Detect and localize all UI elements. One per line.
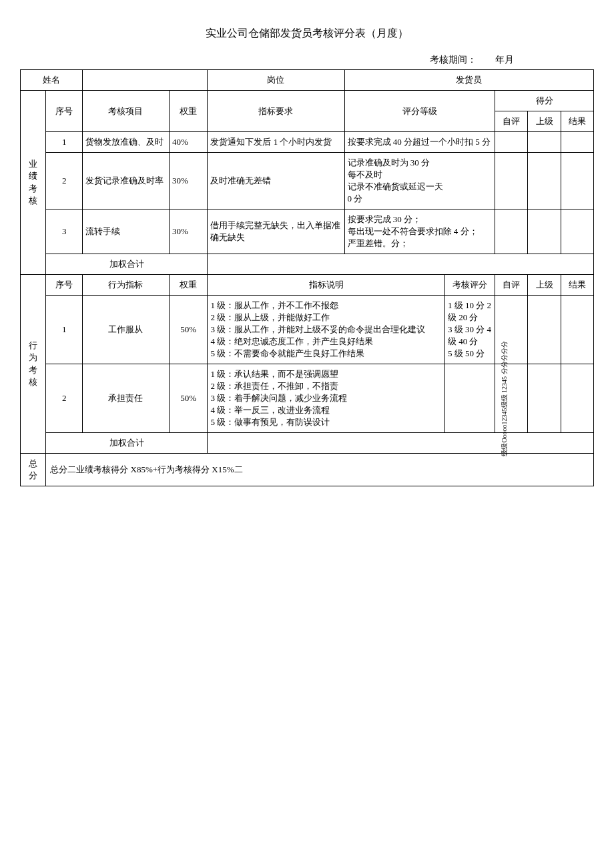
perf-col-requirement: 指标要求 bbox=[208, 91, 344, 132]
perf-self bbox=[495, 132, 528, 153]
total-label: 总分 bbox=[21, 454, 46, 486]
behav-item: 承担责任 bbox=[83, 364, 170, 433]
behav-weight: 50% bbox=[169, 296, 207, 364]
perf-seq: 1 bbox=[46, 132, 83, 153]
perf-weight: 40% bbox=[169, 132, 207, 153]
perf-header-row: 业绩考核 序号 考核项目 权重 指标要求 评分等级 得分 bbox=[21, 91, 594, 111]
behav-header-row: 行为考核 序号 行为指标 权重 指标说明 考核评分 自评 上级 结果 bbox=[21, 275, 594, 296]
perf-col-grade: 评分等级 bbox=[344, 91, 495, 132]
name-value bbox=[83, 70, 208, 91]
behav-item: 工作服从 bbox=[83, 296, 170, 364]
evaluation-table: 姓名 岗位 发货员 业绩考核 序号 考核项目 权重 指标要求 评分等级 得分 自… bbox=[20, 69, 594, 486]
perf-grade: 按要求完成 30 分； 每出现一处不符合要求扣除 4 分； 严重差错。分； bbox=[344, 209, 495, 254]
perf-sup bbox=[528, 153, 561, 209]
behav-sup bbox=[528, 296, 561, 364]
behav-weight: 50% bbox=[169, 364, 207, 433]
perf-item: 流转手续 bbox=[83, 209, 170, 254]
behav-result bbox=[561, 364, 593, 433]
perf-subtotal-label: 加权合计 bbox=[46, 254, 208, 275]
perf-col-seq: 序号 bbox=[46, 91, 83, 132]
position-label: 岗位 bbox=[208, 70, 344, 91]
perf-row: 3 流转手续 30% 借用手续完整无缺失，出入单据准确无缺失 按要求完成 30 … bbox=[21, 209, 594, 254]
behav-subtotal-label: 加权合计 bbox=[46, 433, 208, 454]
behav-category: 行为考核 bbox=[21, 275, 46, 454]
perf-subtotal-value bbox=[208, 254, 594, 275]
total-row: 总分 总分二业绩考核得分 X85%+行为考核得分 X15%二 bbox=[21, 454, 594, 486]
behav-col-result: 结果 bbox=[561, 275, 593, 296]
perf-sup bbox=[528, 132, 561, 153]
behav-row: 1 工作服从 50% 1 级：服从工作，并不工作不报怨 2 级：服从上级，并能做… bbox=[21, 296, 594, 364]
perf-weight: 30% bbox=[169, 153, 207, 209]
perf-category: 业绩考核 bbox=[21, 91, 46, 275]
perf-seq: 2 bbox=[46, 153, 83, 209]
behav-seq: 2 bbox=[46, 364, 83, 433]
header-row: 姓名 岗位 发货员 bbox=[21, 70, 594, 91]
perf-requirement: 借用手续完整无缺失，出入单据准确无缺失 bbox=[208, 209, 344, 254]
perf-col-weight: 权重 bbox=[169, 91, 207, 132]
behav-col-desc: 指标说明 bbox=[208, 275, 445, 296]
behav-col-seq: 序号 bbox=[46, 275, 83, 296]
perf-seq: 3 bbox=[46, 209, 83, 254]
perf-weight: 30% bbox=[169, 209, 207, 254]
perf-grade: 按要求完成 40 分超过一个小时扣 5 分 bbox=[344, 132, 495, 153]
total-formula: 总分二业绩考核得分 X85%+行为考核得分 X15%二 bbox=[46, 454, 594, 486]
behav-row: 2 承担责任 50% 1 级：承认结果，而不是强调愿望 2 级：承担责任，不推卸… bbox=[21, 364, 594, 433]
perf-col-score: 得分 bbox=[495, 91, 594, 111]
perf-result bbox=[561, 153, 593, 209]
assessment-period: 考核期间： 年月 bbox=[20, 54, 594, 66]
perf-col-item: 考核项目 bbox=[83, 91, 170, 132]
perf-item: 发货记录准确及时率 bbox=[83, 153, 170, 209]
perf-item: 货物发放准确、及时 bbox=[83, 132, 170, 153]
behav-col-item: 行为指标 bbox=[83, 275, 170, 296]
behav-desc: 1 级：服从工作，并不工作不报怨 2 级：服从上级，并能做好工作 3 级：服从工… bbox=[208, 296, 445, 364]
perf-col-result: 结果 bbox=[561, 111, 593, 132]
period-value: 年月 bbox=[495, 55, 514, 65]
name-label: 姓名 bbox=[21, 70, 83, 91]
perf-row: 1 货物发放准确、及时 40% 发货通知下发后 1 个小时内发货 按要求完成 4… bbox=[21, 132, 594, 153]
perf-self bbox=[495, 153, 528, 209]
perf-self bbox=[495, 209, 528, 254]
perf-subtotal-row: 加权合计 bbox=[21, 254, 594, 275]
perf-requirement: 发货通知下发后 1 个小时内发货 bbox=[208, 132, 344, 153]
perf-requirement: 及时准确无差错 bbox=[208, 153, 344, 209]
perf-result bbox=[561, 132, 593, 153]
behav-sup bbox=[528, 364, 561, 433]
perf-col-sup: 上级 bbox=[528, 111, 561, 132]
behav-col-sup: 上级 bbox=[528, 275, 561, 296]
period-label: 考核期间： bbox=[430, 55, 477, 65]
position-value: 发货员 bbox=[344, 70, 593, 91]
behav-score: 1 级 10 分 2 级 20 分 3 级 30 分 4 级 40 分 5 级 … bbox=[444, 296, 495, 364]
behav-col-self: 自评 bbox=[495, 275, 528, 296]
perf-col-self: 自评 bbox=[495, 111, 528, 132]
perf-row: 2 发货记录准确及时率 30% 及时准确无差错 记录准确及时为 30 分 每不及… bbox=[21, 153, 594, 209]
behav-subtotal-value bbox=[208, 433, 594, 454]
behav-desc: 1 级：承认结果，而不是强调愿望 2 级：承担责任，不推卸，不指责 3 级：着手… bbox=[208, 364, 445, 433]
perf-grade: 记录准确及时为 30 分 每不及时 记录不准确货或延迟一天 0 分 bbox=[344, 153, 495, 209]
behav-subtotal-row: 加权合计 bbox=[21, 433, 594, 454]
behav-score-rotated: 级级Ooooo12345级级 12345 分分分分分 bbox=[444, 364, 495, 433]
perf-result bbox=[561, 209, 593, 254]
perf-sup bbox=[528, 209, 561, 254]
doc-title: 实业公司仓储部发货员考核评分表（月度） bbox=[20, 27, 594, 41]
behav-col-score: 考核评分 bbox=[444, 275, 495, 296]
behav-seq: 1 bbox=[46, 296, 83, 364]
behav-col-weight: 权重 bbox=[169, 275, 207, 296]
behav-result bbox=[561, 296, 593, 364]
